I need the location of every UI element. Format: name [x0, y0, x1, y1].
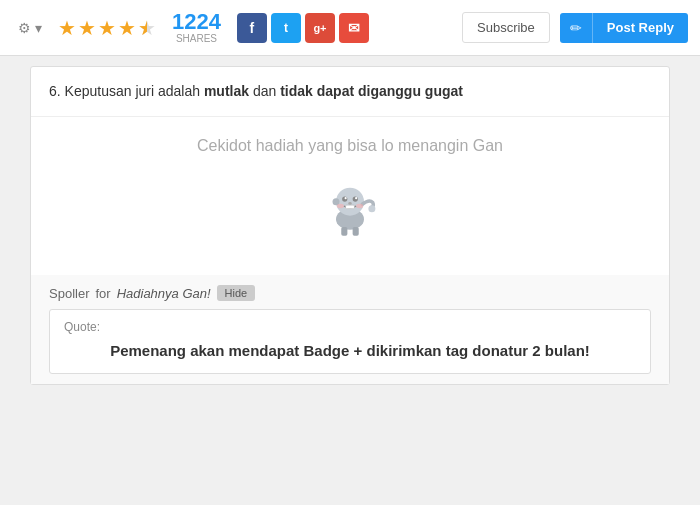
twitter-share-button[interactable]: t — [271, 13, 301, 43]
star-2: ★ — [78, 16, 96, 40]
spoiler-section: Spoller for Hadiahnya Gan! Hide Quote: P… — [31, 275, 669, 384]
svg-point-4 — [345, 197, 347, 199]
svg-point-3 — [353, 196, 358, 201]
toolbar: ⚙ ▾ ★ ★ ★ ★ ★★ 1224 SHARES f t g+ ✉ Subs… — [0, 0, 700, 56]
svg-point-5 — [355, 197, 357, 199]
svg-rect-11 — [353, 227, 359, 236]
pencil-icon: ✏ — [570, 20, 582, 36]
robot-emoji — [315, 171, 385, 245]
spoiler-for-text: for — [95, 286, 110, 301]
rule-text: 6. Keputusan juri adalah mutlak dan tida… — [31, 67, 669, 117]
svg-point-1 — [336, 188, 364, 216]
svg-point-2 — [342, 196, 347, 201]
subscribe-button[interactable]: Subscribe — [462, 12, 550, 43]
chevron-down-icon: ▾ — [35, 20, 42, 36]
email-share-button[interactable]: ✉ — [339, 13, 369, 43]
shares-count: 1224 SHARES — [172, 11, 221, 44]
rule-mid-text: dan — [253, 83, 280, 99]
shares-number: 1224 — [172, 11, 221, 33]
facebook-share-button[interactable]: f — [237, 13, 267, 43]
post-reply-group: ✏ Post Reply — [560, 13, 688, 43]
star-4: ★ — [118, 16, 136, 40]
main-content: 6. Keputusan juri adalah mutlak dan tida… — [30, 66, 670, 385]
hide-button[interactable]: Hide — [217, 285, 256, 301]
center-text: Cekidot hadiah yang bisa lo menangin Gan — [197, 137, 503, 155]
edit-button[interactable]: ✏ — [560, 13, 592, 43]
post-reply-button[interactable]: Post Reply — [592, 13, 688, 43]
quote-box: Quote: Pemenang akan mendapat Badge + di… — [49, 309, 651, 374]
spoiler-name: Hadiahnya Gan! — [117, 286, 211, 301]
star-1: ★ — [58, 16, 76, 40]
shares-label: SHARES — [176, 33, 217, 44]
svg-rect-10 — [341, 227, 347, 236]
spoiler-header: Spoller for Hadiahnya Gan! Hide — [49, 285, 651, 301]
rule-number: 6. — [49, 83, 61, 99]
center-content: Cekidot hadiah yang bisa lo menangin Gan — [31, 117, 669, 275]
svg-point-8 — [333, 198, 340, 205]
rule-bold-2: tidak dapat diganggu gugat — [280, 83, 463, 99]
social-buttons: f t g+ ✉ — [237, 13, 369, 43]
quote-label: Quote: — [64, 320, 636, 334]
rule-bold-1: mutlak — [204, 83, 249, 99]
star-rating[interactable]: ★ ★ ★ ★ ★★ — [58, 16, 156, 40]
star-3: ★ — [98, 16, 116, 40]
svg-point-12 — [337, 204, 344, 208]
rule-pre-text: Keputusan juri adalah — [65, 83, 204, 99]
svg-point-13 — [356, 204, 363, 208]
gear-icon: ⚙ — [18, 20, 31, 36]
star-5: ★★ — [138, 16, 156, 40]
gear-button[interactable]: ⚙ ▾ — [12, 16, 48, 40]
svg-rect-6 — [346, 205, 355, 209]
spoiler-label: Spoller — [49, 286, 89, 301]
svg-point-7 — [348, 202, 352, 205]
quote-text: Pemenang akan mendapat Badge + dikirimka… — [64, 340, 636, 363]
googleplus-share-button[interactable]: g+ — [305, 13, 335, 43]
svg-point-9 — [368, 205, 375, 212]
